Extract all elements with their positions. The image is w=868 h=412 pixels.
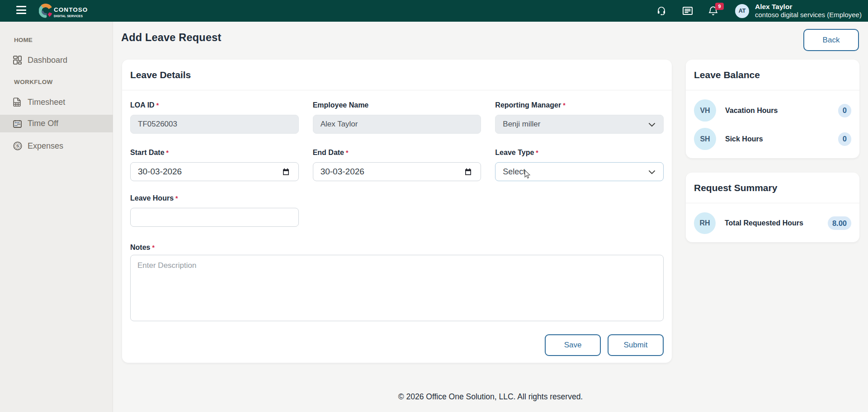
svg-text:S: S	[16, 143, 19, 148]
